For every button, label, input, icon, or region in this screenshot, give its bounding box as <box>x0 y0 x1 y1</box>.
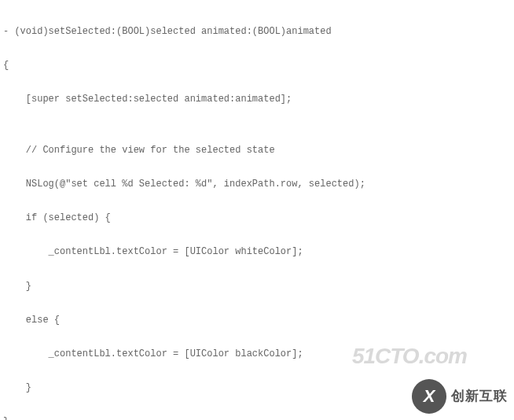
code-line: // Configure the view for the selected s… <box>3 142 514 160</box>
code-line: [super setSelected:selected animated:ani… <box>3 91 514 109</box>
watermark-text: 51CTO.com <box>352 337 467 376</box>
logo-icon: X <box>412 379 446 414</box>
code-line: - (void)setSelected:(BOOL)selected anima… <box>3 24 514 41</box>
code-line: if (selected) { <box>3 210 514 227</box>
code-line: NSLog(@"set cell %d Selected: %d", index… <box>3 176 514 193</box>
code-line: } <box>3 414 514 420</box>
code-line: else { <box>3 312 514 330</box>
code-line: { <box>3 57 514 75</box>
logo-badge: X 创新互联 <box>412 379 508 414</box>
code-line: _contentLbl.textColor = [UIColor whiteCo… <box>3 244 514 261</box>
code-line: } <box>3 278 514 296</box>
logo-text: 创新互联 <box>451 385 508 409</box>
logo-symbol: X <box>424 381 435 412</box>
